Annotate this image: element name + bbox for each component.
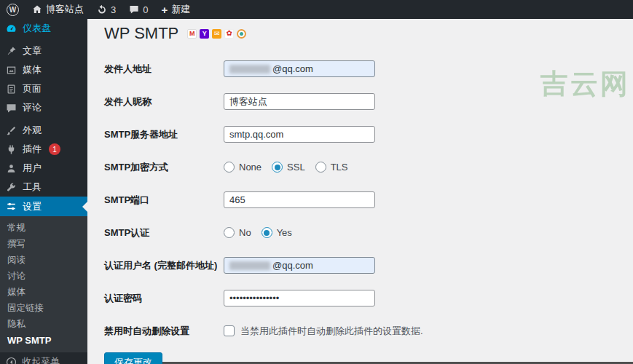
submenu-item-wp-smtp[interactable]: WP SMTP (0, 332, 87, 348)
field-label: 发件人地址 (104, 63, 224, 76)
sidebar-label: 文章 (23, 44, 42, 58)
sidebar-item-appearance[interactable]: 外观 (0, 121, 87, 140)
censored-text (229, 261, 270, 270)
sidebar-label: 设置 (23, 200, 42, 213)
sidebar-label: 评论 (23, 101, 42, 114)
settings-submenu: 常规 撰写 阅读 讨论 媒体 固定链接 隐私 WP SMTP (0, 216, 87, 352)
plus-icon: + (161, 4, 168, 15)
form-row: 认证用户名 (完整邮件地址) @qq.com (104, 249, 633, 282)
settings-sliders-icon (6, 201, 17, 212)
form-row: SMTP端口 (104, 183, 633, 216)
field-label: SMTP服务器地址 (104, 128, 224, 141)
auth-radio-group: No Yes (224, 227, 298, 238)
site-name: 博客站点 (46, 3, 84, 16)
submenu-item-general[interactable]: 常规 (0, 220, 87, 236)
sidebar-item-pages[interactable]: 页面 (0, 79, 87, 98)
form-row: SMTP认证 No Yes (104, 216, 633, 249)
auth-username-input[interactable]: @qq.com (224, 257, 375, 274)
sidebar-label: 媒体 (23, 63, 42, 76)
form-row: 发件人昵称 (104, 85, 633, 118)
sender-address-input[interactable]: @qq.com (224, 60, 375, 77)
comment-count: 0 (143, 4, 148, 15)
wrench-icon (6, 182, 17, 193)
pushpin-icon (6, 46, 17, 57)
radio-label: Yes (277, 227, 292, 238)
radio-label: SSL (287, 162, 305, 173)
field-label: 认证密码 (104, 292, 224, 305)
hotmail-icon: ✉ (212, 29, 221, 39)
collapse-menu-button[interactable]: 收起菜单 (0, 352, 87, 364)
censored-text (229, 65, 270, 74)
gmail-icon: M (187, 29, 197, 39)
form-row: SMTP服务器地址 (104, 118, 633, 151)
checkbox-description: 当禁用此插件时自动删除此插件的设置数据. (240, 325, 423, 338)
submenu-item-permalinks[interactable]: 固定链接 (0, 300, 87, 316)
radio-ssl[interactable] (272, 162, 283, 173)
updates-menu[interactable]: 3 (90, 0, 122, 19)
smtp-host-input[interactable] (224, 126, 375, 143)
home-icon (32, 4, 42, 15)
radio-auth-no[interactable] (224, 227, 235, 238)
collapse-label: 收起菜单 (22, 355, 60, 364)
radio-auth-yes[interactable] (262, 227, 272, 238)
encryption-radio-group: None SSL TLS (224, 162, 354, 173)
form-row: SMTP加密方式 None SSL TLS (104, 151, 633, 183)
sidebar-item-tools[interactable]: 工具 (0, 178, 87, 197)
sidebar-label: 工具 (23, 181, 42, 194)
sidebar-label: 外观 (23, 124, 42, 137)
page-title-text: WP SMTP (104, 23, 178, 44)
main-content: WP SMTP M Y ✉ ✿ 发件人地址 @qq.com 发件人昵称 SMTP… (87, 19, 633, 364)
admin-top-bar: W 博客站点 3 0 + 新建 (0, 0, 633, 19)
form-row: 发件人地址 @qq.com (104, 52, 633, 85)
mail-service-icon: ✿ (224, 29, 234, 39)
submenu-item-media[interactable]: 媒体 (0, 284, 87, 300)
field-label: 发件人昵称 (104, 95, 224, 108)
wp-logo-menu[interactable]: W (0, 0, 25, 19)
user-icon (6, 163, 17, 174)
email-domain-text: @qq.com (272, 63, 313, 74)
sidebar-label: 页面 (23, 82, 42, 95)
radio-tls[interactable] (315, 162, 326, 173)
comment-bubble-icon (129, 4, 139, 15)
comments-menu[interactable]: 0 (122, 0, 154, 19)
plugin-icon (6, 144, 17, 155)
submenu-item-writing[interactable]: 撰写 (0, 236, 87, 252)
dashboard-gauge-icon (6, 23, 17, 34)
submenu-item-discussion[interactable]: 讨论 (0, 268, 87, 284)
pages-document-icon (6, 84, 17, 95)
email-provider-icons: M Y ✉ ✿ (187, 29, 246, 39)
form-row: 禁用时自动删除设置 当禁用此插件时自动删除此插件的设置数据. (104, 314, 633, 347)
submenu-item-privacy[interactable]: 隐私 (0, 316, 87, 332)
update-refresh-icon (97, 4, 107, 15)
sidebar-item-settings[interactable]: 设置 (0, 197, 87, 216)
media-photo-icon (6, 65, 17, 76)
radio-none[interactable] (224, 162, 235, 173)
sidebar-item-dashboard[interactable]: 仪表盘 (0, 19, 87, 38)
aol-icon (237, 29, 246, 39)
sidebar-item-posts[interactable]: 文章 (0, 41, 87, 60)
sidebar-item-media[interactable]: 媒体 (0, 60, 87, 79)
radio-label: No (239, 227, 251, 238)
radio-label: TLS (331, 162, 348, 173)
smtp-port-input[interactable] (224, 191, 375, 208)
field-label: 认证用户名 (完整邮件地址) (104, 259, 224, 272)
sidebar-label: 仪表盘 (23, 22, 51, 35)
field-label: SMTP端口 (104, 194, 224, 207)
sidebar-item-comments[interactable]: 评论 (0, 98, 87, 117)
sidebar-item-plugins[interactable]: 插件 1 (0, 140, 87, 159)
new-label: 新建 (171, 3, 190, 16)
paintbrush-icon (6, 125, 17, 136)
submenu-item-reading[interactable]: 阅读 (0, 252, 87, 268)
delete-settings-checkbox[interactable] (224, 325, 235, 336)
sidebar-item-users[interactable]: 用户 (0, 159, 87, 178)
auth-password-input[interactable] (224, 290, 375, 306)
visit-site-link[interactable]: 博客站点 (25, 0, 90, 19)
update-count: 3 (111, 4, 116, 15)
collapse-arrow-icon (6, 357, 17, 364)
field-label: SMTP加密方式 (104, 161, 224, 174)
field-label: 禁用时自动删除设置 (104, 325, 224, 338)
save-changes-button[interactable]: 保存更改 (104, 352, 162, 364)
new-content-menu[interactable]: + 新建 (154, 0, 197, 19)
sidebar-label: 用户 (23, 162, 42, 175)
sender-nickname-input[interactable] (224, 93, 375, 110)
